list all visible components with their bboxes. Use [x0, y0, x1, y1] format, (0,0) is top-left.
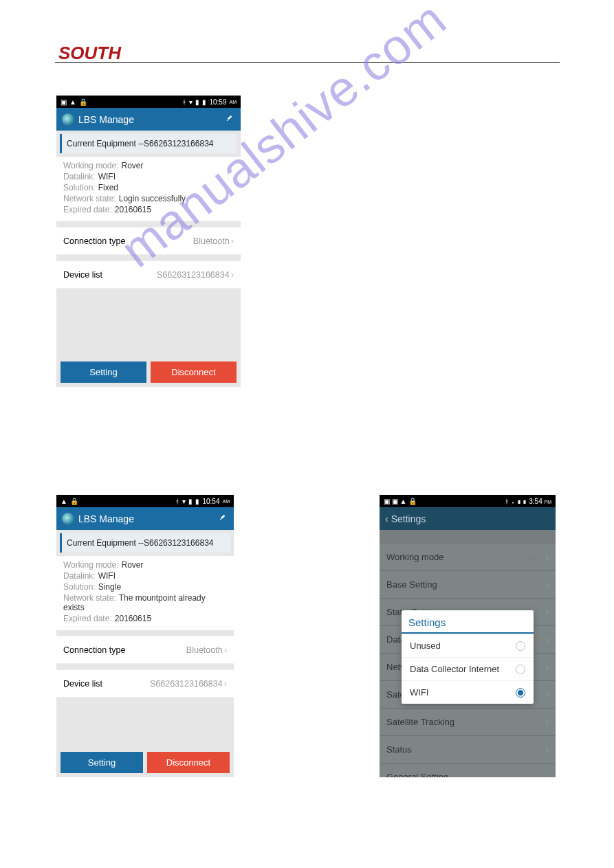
screenshot-2: ▲ 🔒 ᚼ ▾ ▮ ▮ 10:54 AM LBS Manage Current …: [56, 495, 234, 777]
battery-icon: ▮: [523, 498, 527, 505]
title-bar[interactable]: ‹ Settings: [380, 507, 556, 530]
status-time: 10:54: [202, 498, 219, 505]
connection-type-label: Connection type: [63, 236, 125, 246]
chevron-right-icon: ›: [224, 645, 227, 655]
status-bar: ▣ ▲ 🔒 ᚼ ▾ ▮ ▮ 10:59 AM: [56, 96, 241, 108]
notification-icon: ▣ ▣ ▲ 🔒: [384, 498, 417, 505]
satellite-icon[interactable]: [219, 513, 228, 524]
chevron-right-icon: ›: [231, 236, 234, 246]
status-time: 3:54: [529, 498, 542, 505]
app-title: LBS Manage: [78, 114, 134, 125]
solution-label: Solution:: [63, 582, 96, 592]
connection-type-row[interactable]: Connection type Bluetooth›: [56, 636, 234, 664]
chevron-right-icon: ›: [231, 269, 234, 280]
screenshot-1: ▣ ▲ 🔒 ᚼ ▾ ▮ ▮ 10:59 AM LBS Manage Curren…: [56, 96, 241, 387]
connection-type-label: Connection type: [63, 645, 125, 655]
chevron-right-icon: ›: [546, 607, 549, 617]
signal-icon: ▮: [188, 498, 193, 505]
status-bar: ▲ 🔒 ᚼ ▾ ▮ ▮ 10:54 AM: [56, 495, 234, 507]
chevron-right-icon: ›: [546, 634, 549, 645]
dialog-title: Settings: [402, 610, 534, 634]
status-label: Status: [386, 744, 412, 755]
app-icon: [62, 513, 74, 525]
bluetooth-icon: ᚼ: [175, 498, 179, 505]
general-setting-row[interactable]: General Setting ›: [380, 764, 556, 777]
status-ampm: AM: [230, 100, 237, 104]
status-ampm: PM: [545, 500, 552, 504]
expired-date-value: 20160615: [115, 614, 151, 623]
device-list-value: S66263123166834: [150, 679, 223, 689]
disconnect-button[interactable]: Disconnect: [147, 752, 230, 773]
chevron-right-icon: ›: [546, 772, 549, 777]
wifi-icon: ▾: [182, 498, 186, 505]
setting-button[interactable]: Setting: [61, 361, 146, 383]
base-setting-label: Base Setting: [386, 579, 437, 590]
network-state-label: Network state:: [63, 194, 116, 203]
dialog-option-unused[interactable]: Unused: [402, 634, 534, 657]
general-setting-label: General Setting: [386, 772, 448, 777]
notification-icon: ▣: [61, 98, 67, 106]
connection-type-row[interactable]: Connection type Bluetooth›: [56, 227, 241, 255]
network-state-value: Login successfully: [119, 194, 186, 203]
chevron-right-icon: ›: [546, 717, 549, 727]
option-label: Data Collector Internet: [410, 664, 499, 674]
device-list-row[interactable]: Device list S66263123166834›: [56, 260, 241, 289]
datalink-value: WIFI: [98, 571, 116, 581]
device-list-label: Device list: [63, 679, 102, 689]
solution-label: Solution:: [63, 183, 96, 192]
connection-type-value: Bluetooth: [186, 645, 223, 655]
option-label: Unused: [410, 641, 441, 651]
working-mode-row[interactable]: Working mode Base ›: [380, 544, 556, 571]
status-row[interactable]: Status ›: [380, 736, 556, 764]
radio-icon: [516, 665, 525, 674]
datalink-value: IFI: [533, 634, 543, 645]
title-bar: LBS Manage: [56, 507, 234, 530]
chevron-right-icon: ›: [546, 579, 549, 590]
battery-icon: ▮: [202, 98, 206, 106]
working-mode-label: Working mode:: [63, 560, 118, 570]
radio-icon-selected: [516, 688, 525, 698]
bluetooth-icon: ᚼ: [182, 98, 186, 106]
chevron-right-icon: ›: [546, 744, 549, 755]
equipment-info: Working mode:Rover Datalink:WIFI Solutio…: [56, 157, 241, 221]
app-icon: [62, 113, 74, 126]
disconnect-button[interactable]: Disconnect: [151, 361, 237, 383]
working-mode-label: Working mode:: [63, 161, 118, 170]
solution-value: Fixed: [98, 183, 118, 192]
working-mode-value: Base: [523, 552, 543, 562]
status-bar: ▣ ▣ ▲ 🔒 ᚼ ▾ ▮ ▮ 3:54 PM: [380, 495, 556, 507]
status-time: 10:59: [209, 98, 226, 106]
status-ampm: AM: [223, 499, 230, 504]
datalink-label: Datalink:: [63, 172, 96, 181]
datalink-value: WIFI: [98, 172, 116, 181]
option-label: WIFI: [410, 687, 428, 698]
base-setting-row[interactable]: Base Setting ›: [380, 571, 556, 599]
lock-icon: 🔒: [79, 98, 87, 106]
current-equipment-banner: Current Equipment --S66263123166834: [60, 134, 237, 153]
wifi-icon: ▾: [511, 498, 515, 505]
signal-icon: ▮: [195, 98, 199, 106]
app-title: LBS Manage: [78, 513, 134, 524]
device-list-label: Device list: [63, 270, 102, 280]
expired-date-value: 20160615: [115, 205, 151, 214]
radio-icon: [516, 641, 525, 651]
header-divider: [55, 62, 560, 63]
setting-button[interactable]: Setting: [61, 752, 143, 773]
working-mode-value: Rover: [121, 560, 143, 570]
satellite-tracking-row[interactable]: Satellite Tracking ›: [380, 709, 556, 736]
chevron-right-icon: ›: [546, 689, 549, 700]
satellite-icon[interactable]: [226, 113, 235, 125]
expired-date-label: Expired date:: [63, 614, 112, 623]
current-equipment-banner: Current Equipment --S66263123166834: [60, 533, 230, 553]
signal-icon: ▮: [517, 498, 521, 505]
solution-value: Single: [98, 582, 121, 592]
device-list-row[interactable]: Device list S66263123166834›: [56, 669, 234, 698]
south-logo: SOUTH: [58, 43, 121, 64]
dialog-option-data-collector-internet[interactable]: Data Collector Internet: [402, 657, 534, 680]
working-mode-value: Rover: [121, 161, 143, 170]
chevron-right-icon: ›: [546, 662, 549, 672]
bluetooth-icon: ᚼ: [505, 498, 509, 505]
dialog-option-wifi[interactable]: WIFI: [402, 680, 534, 704]
chevron-right-icon: ›: [546, 552, 549, 562]
warning-icon: ▲: [69, 98, 76, 106]
